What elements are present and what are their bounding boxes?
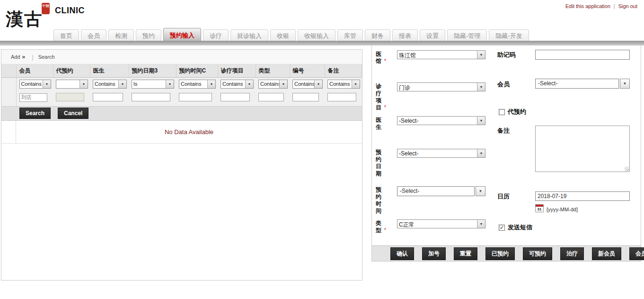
mnemonic-input[interactable] — [535, 50, 630, 60]
tab-home[interactable]: 首页 — [53, 29, 79, 41]
booking-time-field-label: 预约时间 — [376, 186, 383, 215]
filter-value-number[interactable] — [292, 93, 319, 101]
resize-handle-icon[interactable] — [625, 167, 629, 171]
tab-reports[interactable]: 报表 — [392, 29, 418, 41]
confirm-button[interactable]: 确认 — [390, 247, 414, 260]
tab-booking[interactable]: 预约 — [136, 29, 161, 41]
filter-value-doctor[interactable] — [93, 93, 123, 101]
send-sms-label: 发送短信 — [508, 223, 532, 232]
tab-testing[interactable]: 检测 — [108, 29, 134, 41]
tab-treatment[interactable]: 诊疗 — [203, 29, 229, 41]
chevron-down-icon: ▼ — [79, 80, 88, 88]
logo-seal-icon: 中醫 — [42, 3, 50, 14]
filter-value-treatment-item[interactable] — [221, 93, 250, 101]
clinic-select[interactable]: 珠江馆 ▼ — [397, 50, 485, 59]
add-link[interactable]: Add — [11, 54, 20, 60]
chevron-down-icon: ▼ — [314, 80, 322, 88]
search-button[interactable]: Search — [19, 108, 51, 119]
proxy-booking-label: 代预约 — [508, 108, 526, 116]
type-select[interactable]: C正常 ▼ — [397, 219, 485, 228]
booked-list-button[interactable]: 已预约 — [485, 247, 515, 260]
checkbox-unchecked-icon[interactable] — [499, 109, 505, 115]
filter-value-booking-time[interactable] — [179, 93, 212, 101]
tab-finance[interactable]: 财务 — [365, 29, 390, 41]
edit-application-link[interactable]: Edit this application — [565, 3, 610, 9]
chevron-right-icon: » — [22, 54, 26, 60]
filter-operator-treatment-item[interactable]: Contains▼ — [221, 80, 254, 89]
tab-settings[interactable]: 设置 — [420, 29, 445, 41]
reset-button[interactable]: 重置 — [454, 247, 477, 260]
treatment-button[interactable]: 治疗 — [560, 247, 584, 260]
chevron-down-icon: ▼ — [477, 149, 485, 157]
column-header-remarks: 备注 — [325, 64, 362, 78]
column-header-doctor: 医生 — [90, 64, 129, 78]
search-link[interactable]: Search — [38, 54, 55, 60]
filter-value-proxy-booking — [56, 93, 84, 101]
filter-value-member[interactable] — [19, 93, 48, 102]
doctor-select[interactable]: -Select- ▼ — [397, 116, 485, 125]
column-header-member: 会员 — [16, 64, 53, 78]
doctor-field-label: 医生 — [376, 117, 383, 131]
booking-time-combobox[interactable]: -Select- ▼ — [397, 186, 485, 196]
filter-operator-booking-time[interactable]: Contains▼ — [179, 80, 216, 89]
calendar-date-input[interactable] — [535, 191, 630, 201]
column-header-booking-time: 预约时间C — [176, 64, 218, 78]
filter-operator-number[interactable]: Contains▼ — [292, 80, 323, 89]
filter-value-booking-date[interactable] — [132, 93, 170, 101]
chevron-down-icon: ▼ — [279, 80, 287, 88]
member-combobox[interactable]: -Select- ▼ — [535, 79, 630, 89]
chevron-down-icon[interactable]: ▼ — [476, 186, 485, 196]
filter-value-remarks[interactable] — [327, 93, 356, 101]
row-selector-cell — [1, 91, 16, 106]
add-number-button[interactable]: 加号 — [422, 247, 446, 260]
member-button[interactable]: 会员 — [629, 247, 644, 260]
tab-visit-entry[interactable]: 就诊输入 — [230, 29, 268, 41]
filter-operator-proxy-booking[interactable]: ▼ — [56, 80, 88, 89]
available-slots-button[interactable]: 可预约 — [523, 247, 552, 260]
search-action-bar: Search Cancel — [1, 106, 362, 121]
booking-date-select[interactable]: -Select- ▼ — [397, 149, 485, 158]
send-sms-checkbox-row[interactable]: ✓ 发送短信 — [499, 223, 532, 232]
chevron-down-icon: ▼ — [207, 80, 215, 88]
filter-operator-row: Contains▼ ▼ Contains▼ Is▼ Contains▼ Cont… — [1, 78, 362, 91]
filter-operator-type[interactable]: Contains▼ — [258, 80, 288, 89]
required-asterisk: * — [384, 104, 386, 111]
remarks-textarea[interactable] — [535, 126, 630, 172]
chevron-down-icon[interactable]: ▼ — [620, 79, 630, 89]
form-action-bar: 确认 加号 重置 已预约 可预约 治疗 新会员 会员 — [372, 245, 641, 261]
tab-members[interactable]: 会员 — [81, 29, 106, 41]
row-selector-cell — [1, 121, 16, 143]
booking-date-field-label: 预约日期 — [376, 149, 383, 177]
date-format-hint: [yyyy-MM-dd] — [547, 207, 578, 212]
filter-operator-member[interactable]: Contains▼ — [19, 80, 52, 89]
row-selector-header — [1, 64, 16, 78]
chevron-down-icon: ▼ — [118, 80, 126, 88]
grid-toolbar: Add » | Search — [1, 50, 362, 64]
tab-hidden-dev[interactable]: 隐藏-开发 — [489, 29, 529, 41]
tab-inventory[interactable]: 库管 — [337, 29, 363, 41]
required-asterisk: * — [384, 227, 386, 234]
chevron-down-icon: ▼ — [352, 80, 360, 88]
filter-operator-booking-date[interactable]: Is▼ — [132, 80, 174, 89]
proxy-booking-checkbox-row[interactable]: 代预约 — [499, 108, 526, 116]
checkbox-checked-icon[interactable]: ✓ — [499, 225, 505, 231]
tab-booking-entry[interactable]: 预约输入 — [163, 28, 201, 41]
no-data-message: No Data Available — [16, 121, 362, 143]
tab-hidden-admin[interactable]: 隐藏-管理 — [447, 29, 487, 41]
cancel-button[interactable]: Cancel — [58, 108, 88, 119]
sign-out-link[interactable]: Sign out — [618, 3, 637, 9]
chevron-down-icon: ▼ — [43, 80, 51, 88]
filter-operator-doctor[interactable]: Contains▼ — [93, 80, 127, 89]
filter-operator-remarks[interactable]: Contains▼ — [327, 80, 360, 89]
chevron-down-icon: ▼ — [477, 117, 485, 125]
filter-grid: 会员 代预约 医生 预约日期3 预约时间C 诊疗项目 类型 编号 备注 Cont… — [1, 64, 362, 106]
treatment-item-select[interactable]: 门诊 ▼ — [397, 82, 485, 91]
grid-header-row: 会员 代预约 医生 预约日期3 预约时间C 诊疗项目 类型 编号 备注 — [1, 64, 362, 78]
column-header-number: 编号 — [290, 64, 325, 78]
filter-value-type[interactable] — [258, 93, 284, 101]
tab-cashier-entry[interactable]: 收银输入 — [298, 29, 335, 41]
tab-cashier[interactable]: 收银 — [270, 29, 296, 41]
calendar-icon[interactable]: 31 — [535, 204, 544, 212]
new-member-button[interactable]: 新会员 — [592, 247, 621, 260]
column-header-booking-date: 预约日期3 — [129, 64, 176, 78]
